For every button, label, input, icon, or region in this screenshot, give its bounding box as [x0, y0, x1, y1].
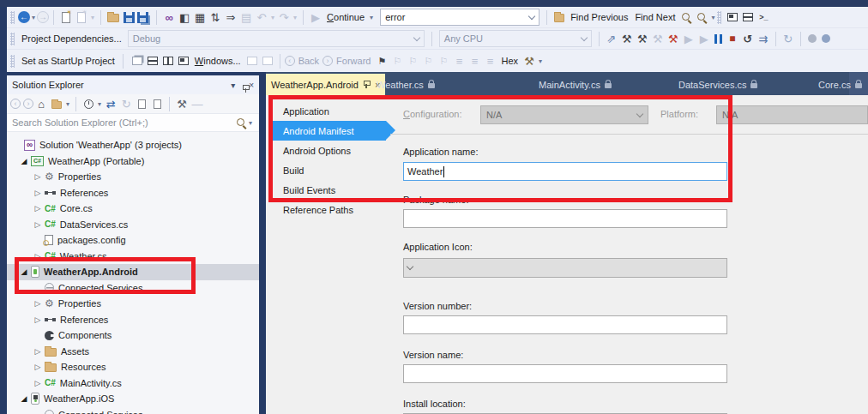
- search-value[interactable]: error: [385, 12, 529, 22]
- properties-nav-android-options[interactable]: Android Options: [273, 141, 386, 160]
- solution-explorer-search[interactable]: Search Solution Explorer (Ctrl+;) ▾: [7, 114, 259, 132]
- back-icon[interactable]: ‹: [285, 56, 295, 66]
- switch-views-icon[interactable]: [49, 96, 64, 111]
- expand-arrow-icon[interactable]: ▷: [31, 363, 45, 371]
- reorder-icon[interactable]: ⇅: [208, 9, 223, 25]
- properties-nav-android-manifest[interactable]: Android Manifest: [273, 121, 386, 141]
- tree-item[interactable]: ▷⚙Properties: [7, 169, 259, 185]
- build-disabled-icon[interactable]: ⚒: [650, 31, 666, 46]
- tree-item[interactable]: Connected Services: [7, 407, 259, 414]
- bookmark-icon[interactable]: ⚑: [374, 53, 389, 69]
- filter-dropdown-icon[interactable]: ▾: [98, 100, 101, 108]
- device-icon[interactable]: [725, 9, 740, 25]
- solution-explorer-titlebar[interactable]: Solution Explorer ▾ ×: [7, 75, 259, 94]
- export-icon[interactable]: ⇒: [223, 9, 238, 25]
- platform-dropdown[interactable]: N/A: [716, 105, 868, 124]
- start-without-debug-icon[interactable]: ▶: [681, 31, 696, 46]
- configuration-value[interactable]: Debug: [133, 33, 414, 44]
- properties-nav-build-events[interactable]: Build Events: [273, 180, 386, 200]
- tree-item[interactable]: ◢WeatherApp.Android: [7, 264, 259, 280]
- build-icon[interactable]: ⚒: [619, 31, 635, 46]
- find-previous-button[interactable]: Find Previous: [570, 12, 628, 22]
- tab-weather-cs[interactable]: Weather.cs: [371, 74, 440, 95]
- pin-icon[interactable]: [363, 81, 371, 88]
- start-icon[interactable]: ▶: [308, 9, 323, 25]
- toolbar-grip[interactable]: [10, 11, 15, 24]
- chevron-down-icon[interactable]: [413, 33, 420, 40]
- nav-back-icon[interactable]: ←: [18, 11, 30, 23]
- solution-platform-dropdown[interactable]: Any CPU: [439, 30, 592, 47]
- sync-document-icon[interactable]: ◧: [177, 9, 192, 25]
- refresh-icon[interactable]: ↻: [781, 31, 796, 46]
- toolbar-grip[interactable]: [10, 55, 15, 68]
- continue-button[interactable]: Continue: [327, 12, 365, 22]
- toolbar-grip[interactable]: [717, 11, 721, 24]
- chevron-down-icon[interactable]: [528, 12, 535, 19]
- back-button[interactable]: Back: [298, 56, 319, 66]
- build-selection-icon[interactable]: ⚒: [635, 31, 650, 46]
- expand-arrow-icon[interactable]: ▷: [31, 347, 45, 356]
- find-result1-icon[interactable]: [678, 9, 694, 25]
- nav-back-dropdown-icon[interactable]: ▾: [32, 14, 35, 21]
- wrench-icon[interactable]: ⚒: [521, 53, 537, 69]
- pending-changes-filter-icon[interactable]: [81, 96, 96, 111]
- solution-configuration-dropdown[interactable]: Debug: [128, 30, 425, 47]
- package-name-input[interactable]: [403, 209, 727, 228]
- search-dropdown-icon[interactable]: ▾: [249, 119, 252, 127]
- tab-dataservices-cs[interactable]: DataServices.cs: [673, 74, 763, 95]
- indent-icon[interactable]: ≡: [451, 53, 467, 69]
- properties-wrench-icon[interactable]: ⚒: [174, 96, 190, 111]
- refresh-icon[interactable]: ↻: [118, 96, 134, 111]
- toolbar-overflow-icon[interactable]: ▾: [539, 57, 542, 65]
- add-item-dropdown-icon[interactable]: ▾: [91, 14, 94, 21]
- forward-button[interactable]: Forward: [336, 56, 371, 66]
- find-in-files-icon[interactable]: [552, 9, 567, 25]
- expand-arrow-icon[interactable]: ▷: [31, 204, 45, 213]
- print-icon[interactable]: ▤: [238, 9, 254, 25]
- open-folder-icon[interactable]: [105, 9, 121, 25]
- cascade-windows-icon[interactable]: [132, 57, 142, 65]
- restart-icon[interactable]: ↺: [740, 31, 756, 46]
- find-next-button[interactable]: Find Next: [635, 12, 675, 22]
- expand-arrow-icon[interactable]: ▷: [31, 172, 45, 181]
- configuration-dropdown[interactable]: N/A: [480, 105, 648, 124]
- continue-dropdown-icon[interactable]: ▾: [370, 14, 373, 21]
- version-name-input[interactable]: [403, 364, 727, 383]
- package-icon[interactable]: [740, 9, 756, 25]
- expand-arrow-icon[interactable]: ◢: [17, 267, 31, 276]
- save-all-icon[interactable]: [136, 9, 152, 25]
- forward-icon[interactable]: ›: [23, 99, 33, 109]
- expand-arrow-icon[interactable]: ▷: [31, 252, 45, 261]
- tab-weatherapp-android[interactable]: WeatherApp.Android×: [266, 74, 385, 95]
- search-icon[interactable]: [236, 117, 247, 129]
- clear-bookmarks-icon[interactable]: ⚐: [436, 53, 451, 69]
- next-bookmark-icon[interactable]: ⚐: [405, 53, 420, 69]
- search-combobox[interactable]: error: [380, 9, 539, 26]
- collapse-all-icon[interactable]: [134, 96, 149, 111]
- tree-item[interactable]: ▷C#Weather.cs: [7, 249, 259, 265]
- tree-item[interactable]: ▷⚙Properties: [7, 296, 259, 312]
- bookmark-folder-icon[interactable]: ⚐: [420, 53, 436, 69]
- application-icon-dropdown[interactable]: [403, 258, 727, 278]
- redo-dropdown-icon[interactable]: ▾: [293, 14, 297, 21]
- preview-selected-icon[interactable]: —: [190, 96, 205, 111]
- redo-icon[interactable]: ↷: [276, 9, 292, 25]
- tree-item[interactable]: ∞Solution 'WeatherApp' (3 projects): [7, 137, 259, 153]
- forward-icon[interactable]: ›: [322, 56, 333, 66]
- new-project-icon[interactable]: [58, 9, 74, 25]
- switch-views-dropdown-icon[interactable]: ▾: [66, 100, 69, 108]
- chevron-down-icon[interactable]: [581, 33, 588, 40]
- expand-arrow-icon[interactable]: ▷: [31, 189, 45, 197]
- add-item-icon[interactable]: [74, 9, 89, 25]
- tree-item[interactable]: ▷References: [7, 185, 259, 201]
- tree-item[interactable]: ◢WeatherApp.iOS: [7, 391, 259, 407]
- windows-button[interactable]: Windows...: [195, 56, 241, 66]
- tab-group2-icon[interactable]: [262, 57, 273, 65]
- step-icon[interactable]: ⇉: [756, 31, 771, 46]
- new-window-icon[interactable]: [178, 57, 189, 65]
- application-name-input[interactable]: Weather: [403, 162, 727, 181]
- tree-item[interactable]: ▷C#MainActivity.cs: [7, 375, 259, 392]
- save-icon[interactable]: [121, 9, 136, 25]
- tree-item[interactable]: ▷C#DataServices.cs: [7, 217, 259, 233]
- pause-icon[interactable]: [714, 34, 722, 44]
